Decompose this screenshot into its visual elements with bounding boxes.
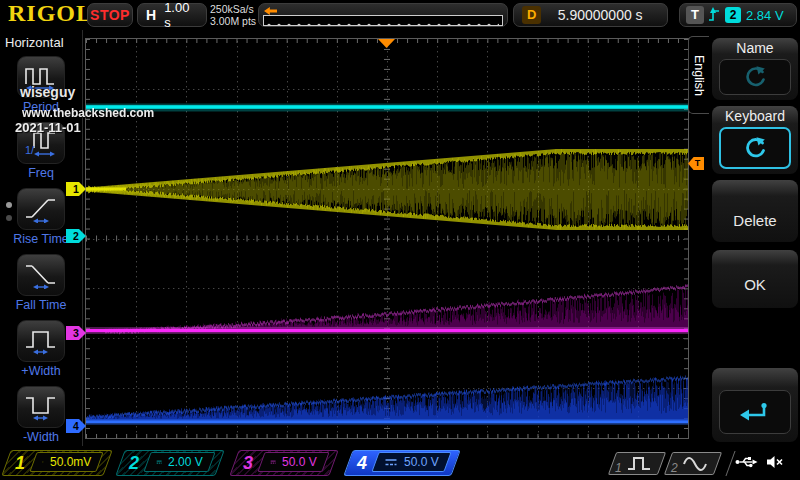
dc-coupling-icon xyxy=(42,457,44,467)
pulse-icon xyxy=(626,454,652,473)
usb-icon xyxy=(735,455,758,469)
channel-1-position-marker[interactable]: 1 xyxy=(66,182,86,196)
softkey-ok[interactable]: OK xyxy=(712,250,798,308)
fall-time-icon xyxy=(24,261,58,289)
softkey-enter[interactable] xyxy=(712,368,798,442)
menu-item-plus-width[interactable]: +Width xyxy=(10,320,72,378)
freq-icon: 1/ xyxy=(24,128,58,158)
menu-scroll-indicator xyxy=(6,202,12,228)
channel-2-tab[interactable]: 2 2.00 V xyxy=(120,450,220,476)
menu-item-period[interactable]: Period xyxy=(10,56,72,114)
trace-canvas xyxy=(86,39,688,438)
menu-title: Horizontal xyxy=(0,30,82,50)
delay-arrow-icon xyxy=(264,7,277,15)
menu-item-fall-time[interactable]: Fall Time xyxy=(10,254,72,312)
keyboard-rotate-button[interactable] xyxy=(719,127,791,169)
svg-text:1/: 1/ xyxy=(25,144,35,156)
channel-2-position-marker[interactable]: 2 xyxy=(66,229,86,243)
source-2-badge[interactable]: 2 xyxy=(668,452,718,475)
trigger-box[interactable]: T 2 2.84 V xyxy=(679,3,797,27)
softkey-menu: English Name Keyboard Delete xyxy=(688,30,800,446)
dc-coupling-icon xyxy=(270,457,276,467)
sample-rate: 250kSa/s xyxy=(210,4,256,16)
brand-logo: RIGOL xyxy=(8,0,93,27)
bottom-bar: 1 50.0mV 2 2.00 V 3 xyxy=(0,446,800,480)
softkey-keyboard[interactable]: Keyboard xyxy=(712,106,798,174)
rotate-icon xyxy=(742,136,768,160)
waveform-overview-bar[interactable] xyxy=(258,3,508,27)
rotate-icon xyxy=(742,65,768,89)
menu-item-freq[interactable]: 1/ Freq xyxy=(10,122,72,180)
oscilloscope-screen: RIGOL STOP H 1.00 s 250kSa/s 3.00M pts D… xyxy=(0,0,800,480)
horizontal-label: H xyxy=(146,7,156,23)
memory-waveform-thumbnail xyxy=(263,15,503,26)
minus-width-icon xyxy=(24,393,58,421)
trigger-level-value: 2.84 V xyxy=(746,8,784,23)
memory-depth: 3.00M pts xyxy=(210,16,256,28)
delay-box[interactable]: D 5.90000000 s xyxy=(513,3,668,27)
rising-edge-icon xyxy=(709,7,720,23)
plus-width-icon xyxy=(24,327,58,355)
rise-time-icon xyxy=(24,195,58,223)
enter-button[interactable] xyxy=(719,390,791,434)
menu-item-minus-width[interactable]: -Width xyxy=(10,386,72,444)
dc-coupling-icon xyxy=(156,457,162,467)
thumbnail-sine-icon xyxy=(264,21,503,26)
acquisition-info: 250kSa/s 3.00M pts xyxy=(210,4,256,27)
channel-4-position-marker[interactable]: 4 xyxy=(66,419,86,433)
sine-icon xyxy=(682,454,708,473)
period-icon xyxy=(24,63,58,91)
timebase-value: 1.00 s xyxy=(164,0,198,30)
run-state-badge[interactable]: STOP xyxy=(87,3,133,27)
channel-1-tab[interactable]: 1 50.0mV xyxy=(6,450,108,476)
menu-item-rise-time[interactable]: Rise Time xyxy=(10,188,72,246)
delay-value: 5.90000000 s xyxy=(541,7,659,23)
channel-4-tab[interactable]: 4 50.0 V xyxy=(348,450,456,476)
softkey-delete[interactable]: Delete xyxy=(712,180,798,242)
enter-icon xyxy=(738,401,772,423)
timebase-box[interactable]: H 1.00 s xyxy=(137,3,207,27)
source-1-badge[interactable]: 1 xyxy=(612,452,662,475)
name-rotate-button[interactable] xyxy=(719,59,791,95)
trigger-label: T xyxy=(686,6,704,24)
language-tab[interactable]: English xyxy=(688,36,709,114)
trigger-source-badge: 2 xyxy=(725,7,741,23)
delay-label: D xyxy=(522,6,541,24)
waveform-display: 1 2 3 4 T xyxy=(85,38,689,439)
speaker-muted-icon xyxy=(766,455,784,469)
softkey-name[interactable]: Name xyxy=(712,38,798,100)
channel-3-tab[interactable]: 3 50.0 V xyxy=(234,450,334,476)
channel-3-position-marker[interactable]: 3 xyxy=(66,326,86,340)
dc-coupling-icon xyxy=(384,457,398,467)
